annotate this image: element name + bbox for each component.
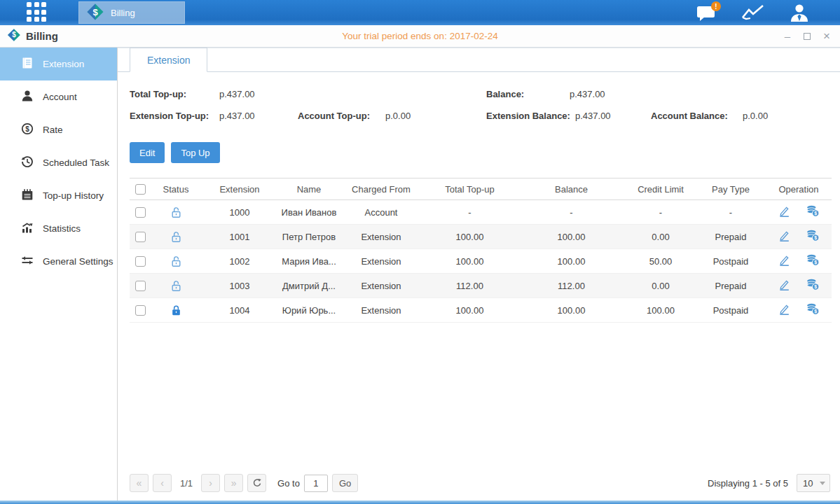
goto-page-input[interactable]	[304, 475, 328, 492]
cell-extension: 1000	[201, 200, 278, 225]
balance-label: Balance:	[486, 89, 524, 99]
chart-icon	[21, 221, 34, 236]
header-credit-limit[interactable]: Credit Limit	[626, 178, 696, 200]
window-titlebar: $ Billing Your trial period ends on: 201…	[0, 25, 840, 48]
account-balance-label: Account Balance:	[651, 111, 728, 121]
cell-balance: 100.00	[517, 249, 626, 274]
table-row: 1004 Юрий Юрь... Extension 100.00 100.00…	[130, 298, 832, 323]
dollar-circle-icon: $	[21, 122, 34, 137]
messages-icon[interactable]: !	[694, 2, 719, 23]
edit-pencil-icon[interactable]	[778, 229, 791, 244]
go-button[interactable]: Go	[332, 474, 358, 492]
header-status[interactable]: Status	[151, 178, 201, 200]
close-button[interactable]: ×	[822, 31, 832, 41]
cell-pay-type: Postpaid	[696, 249, 766, 274]
history-clock-icon	[21, 155, 34, 170]
minimize-button[interactable]: –	[783, 31, 792, 41]
taskbar-billing-label: Billing	[111, 8, 135, 18]
cell-balance: 100.00	[517, 225, 626, 249]
user-account-icon[interactable]	[787, 2, 812, 23]
select-all-checkbox[interactable]	[135, 184, 146, 195]
topup-coins-icon[interactable]: $	[806, 229, 820, 244]
header-extension[interactable]: Extension	[201, 178, 278, 200]
table-header-row: Status Extension Name Charged From Total…	[130, 178, 832, 200]
table-row: 1002 Мария Ива... Extension 100.00 100.0…	[130, 249, 832, 274]
page-size-value: 10	[803, 478, 813, 489]
sidebar-item-label: General Settings	[43, 256, 113, 267]
sidebar-item-topup-history[interactable]: Top-up History	[0, 179, 117, 212]
header-total-topup[interactable]: Total Top-up	[422, 178, 517, 200]
row-checkbox[interactable]	[135, 281, 146, 291]
topup-coins-icon[interactable]: $	[806, 302, 820, 318]
cell-balance: -	[517, 200, 626, 225]
cell-name: Иван Иванов	[278, 200, 340, 225]
billing-diamond-icon-small: $	[7, 28, 21, 44]
cell-balance: 112.00	[517, 274, 626, 298]
sidebar-item-account[interactable]: Account	[0, 80, 117, 113]
table-row: 1000 Иван Иванов Account - - - -	[130, 200, 832, 225]
extensions-table: Status Extension Name Charged From Total…	[130, 178, 832, 323]
cell-charged-from: Account	[340, 200, 422, 225]
header-operation[interactable]: Operation	[766, 178, 832, 200]
edit-button[interactable]: Edit	[130, 142, 165, 163]
extension-topup-value: p.437.00	[219, 111, 255, 121]
lock-icon	[151, 298, 201, 323]
sidebar-item-scheduled-task[interactable]: Scheduled Task	[0, 146, 117, 179]
next-page-button[interactable]: ›	[201, 474, 220, 492]
notification-badge: !	[711, 1, 721, 11]
maximize-button[interactable]	[802, 31, 812, 41]
tab-extension[interactable]: Extension	[130, 48, 207, 72]
edit-pencil-icon[interactable]	[778, 204, 791, 220]
sidebar-item-extension[interactable]: Extension	[0, 48, 117, 80]
unlock-icon	[151, 249, 201, 274]
chevron-down-icon	[820, 482, 825, 485]
cell-total-topup: 100.00	[422, 249, 517, 274]
edit-pencil-icon[interactable]	[778, 253, 791, 269]
topup-button[interactable]: Top Up	[171, 142, 219, 163]
prev-page-button[interactable]: ‹	[153, 474, 172, 492]
header-pay-type[interactable]: Pay Type	[696, 178, 766, 200]
desktop-edge-strip	[0, 500, 840, 504]
header-name[interactable]: Name	[278, 178, 340, 200]
header-charged-from[interactable]: Charged From	[340, 178, 422, 200]
row-checkbox[interactable]	[135, 232, 146, 242]
statistics-monitor-icon[interactable]	[741, 2, 766, 23]
topup-coins-icon[interactable]: $	[806, 204, 820, 220]
tab-strip: Extension	[118, 48, 840, 72]
last-page-button[interactable]: »	[224, 474, 243, 492]
sidebar-item-rate[interactable]: $ Rate	[0, 113, 117, 146]
taskbar-billing-button[interactable]: $ Billing	[78, 1, 185, 24]
row-checkbox[interactable]	[135, 256, 146, 267]
unlock-icon	[151, 274, 201, 298]
cell-credit-limit: 0.00	[626, 274, 696, 298]
page-size-select[interactable]: 10	[797, 474, 830, 492]
cell-pay-type: Postpaid	[696, 298, 766, 323]
edit-pencil-icon[interactable]	[778, 302, 791, 318]
cell-name: Дмитрий Д...	[278, 274, 340, 298]
svg-text:$: $	[815, 211, 818, 216]
unlock-icon	[151, 200, 201, 225]
refresh-icon[interactable]	[247, 474, 266, 492]
total-topup-value: p.437.00	[219, 89, 255, 99]
sidebar-item-statistics[interactable]: Statistics	[0, 212, 117, 245]
topup-coins-icon[interactable]: $	[806, 278, 820, 293]
balance-value: p.437.00	[570, 89, 605, 99]
cell-extension: 1001	[201, 225, 278, 249]
row-checkbox[interactable]	[135, 305, 146, 316]
extension-topup-label: Extension Top-up:	[130, 111, 209, 121]
sidebar-item-label: Scheduled Task	[43, 158, 109, 168]
sidebar-item-general-settings[interactable]: General Settings	[0, 245, 117, 278]
edit-pencil-icon[interactable]	[778, 278, 791, 293]
apps-grid-icon[interactable]	[27, 2, 48, 23]
cell-name: Мария Ива...	[278, 249, 340, 274]
header-balance[interactable]: Balance	[517, 178, 626, 200]
first-page-button[interactable]: «	[130, 474, 149, 492]
desktop-taskbar: $ Billing !	[0, 0, 840, 25]
cell-name: Петр Петров	[278, 225, 340, 249]
topup-coins-icon[interactable]: $	[806, 253, 820, 269]
cell-balance: 100.00	[517, 298, 626, 323]
svg-text:$: $	[12, 31, 16, 38]
svg-text:$: $	[92, 6, 98, 17]
row-checkbox[interactable]	[135, 207, 146, 218]
cell-extension: 1004	[201, 298, 278, 323]
